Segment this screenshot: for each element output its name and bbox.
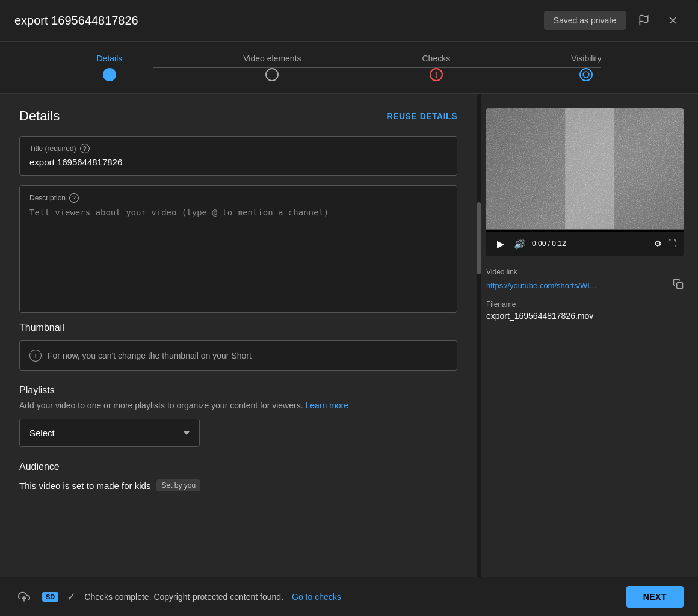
close-icon — [667, 14, 679, 26]
video-thumbnail-image — [486, 108, 684, 229]
flag-icon — [638, 14, 650, 26]
scrollbar[interactable] — [477, 94, 481, 577]
step-line-2 — [328, 67, 502, 68]
play-button[interactable]: ▶ — [493, 236, 508, 251]
select-label: Select — [29, 428, 55, 438]
svg-point-3 — [583, 72, 589, 78]
saved-private-button[interactable]: Saved as private — [544, 11, 626, 30]
right-panel: ▶ 🔊 0:00 / 0:12 ⚙ ⛶ Video link https://y… — [481, 94, 698, 577]
modal-container: export 1695644817826 Saved as private D — [0, 0, 698, 616]
playlists-description: Add your video to one or more playlists … — [19, 401, 457, 410]
flag-button[interactable] — [633, 10, 655, 31]
left-panel: Details REUSE DETAILS Title (required) ?… — [0, 94, 477, 577]
description-field: Description ? — [19, 185, 457, 313]
info-icon: i — [29, 350, 42, 362]
video-thumbnail — [486, 108, 684, 229]
step-details[interactable]: Details — [96, 54, 122, 81]
bottom-left: SD ✓ Checks complete. Copyright-protecte… — [14, 587, 341, 606]
volume-button[interactable]: 🔊 — [514, 238, 526, 250]
playlist-select[interactable]: Select — [19, 419, 200, 447]
thumbnail-title: Thumbnail — [19, 322, 457, 333]
scroll-thumb — [477, 202, 481, 274]
video-link-section: Video link https://youtube.com/shorts/WI… — [486, 268, 684, 292]
copy-link-button[interactable] — [673, 279, 684, 292]
thumbnail-notice: i For now, you can't change the thumbnai… — [19, 340, 457, 371]
audience-title: Audience — [19, 461, 457, 472]
bottom-bar: SD ✓ Checks complete. Copyright-protecte… — [0, 577, 698, 616]
description-help-icon[interactable]: ? — [69, 193, 79, 203]
time-display: 0:00 / 0:12 — [532, 239, 648, 248]
thumbnail-notice-text: For now, you can't change the thumbnail … — [48, 351, 252, 360]
checks-text: Checks complete. Copyright-protected con… — [84, 592, 283, 602]
video-link-row: https://youtube.com/shorts/WI... — [486, 279, 684, 292]
description-textarea[interactable] — [29, 206, 447, 303]
video-preview: ▶ 🔊 0:00 / 0:12 ⚙ ⛶ — [486, 108, 684, 256]
check-circle-icon: ✓ — [67, 590, 76, 603]
description-label: Description ? — [29, 193, 447, 203]
close-button[interactable] — [662, 10, 684, 31]
video-link-label: Video link — [486, 268, 684, 276]
step-video-elements[interactable]: Video elements — [243, 54, 301, 81]
settings-button[interactable]: ⚙ — [654, 239, 662, 248]
step-details-circle — [103, 68, 116, 81]
stepper: Details Video elements Checks ! Visibili… — [0, 42, 698, 94]
step-visibility-label: Visibility — [571, 54, 601, 63]
thumbnail-section: Thumbnail i For now, you can't change th… — [19, 322, 457, 371]
video-controls: ▶ 🔊 0:00 / 0:12 ⚙ ⛶ — [486, 232, 684, 256]
copy-icon — [673, 279, 684, 289]
section-header: Details REUSE DETAILS — [19, 108, 457, 124]
step-checks[interactable]: Checks ! — [422, 54, 451, 81]
chevron-down-icon — [184, 431, 190, 435]
video-info: Video link https://youtube.com/shorts/WI… — [486, 265, 684, 323]
filename-section: Filename export_1695644817826.mov — [486, 300, 684, 321]
upload-icon-button[interactable] — [14, 587, 34, 606]
audience-row: This video is set to made for kids Set b… — [19, 479, 457, 491]
fullscreen-button[interactable]: ⛶ — [668, 239, 676, 248]
playlists-title: Playlists — [19, 385, 457, 396]
set-by-badge: Set by you — [156, 479, 200, 491]
step-visibility-circle — [579, 68, 593, 81]
svg-rect-6 — [677, 283, 683, 289]
title-field: Title (required) ? — [19, 136, 457, 176]
filename-label: Filename — [486, 300, 684, 309]
video-link-text[interactable]: https://youtube.com/shorts/WI... — [486, 281, 668, 290]
quality-badge: SD — [42, 592, 58, 602]
modal-title: export 1695644817826 — [14, 14, 138, 28]
title-help-icon[interactable]: ? — [80, 144, 90, 153]
check-icon — [582, 71, 590, 78]
title-input[interactable] — [29, 157, 447, 167]
upload-icon — [18, 591, 30, 603]
kids-text: This video is set to made for kids — [19, 481, 150, 491]
filename-text: export_1695644817826.mov — [486, 311, 684, 321]
step-visibility[interactable]: Visibility — [571, 54, 601, 81]
section-title: Details — [19, 108, 60, 124]
video-progress-bar[interactable] — [486, 229, 684, 230]
modal-header: export 1695644817826 Saved as private — [0, 0, 698, 42]
step-video-elements-circle — [265, 68, 279, 81]
title-label: Title (required) ? — [29, 144, 447, 153]
step-checks-label: Checks — [422, 54, 451, 63]
next-button[interactable]: NEXT — [626, 586, 684, 608]
svg-rect-5 — [565, 108, 614, 229]
step-details-label: Details — [96, 54, 122, 63]
step-checks-circle: ! — [430, 68, 443, 81]
playlists-section: Playlists Add your video to one or more … — [19, 385, 457, 447]
go-to-checks-link[interactable]: Go to checks — [292, 592, 341, 602]
step-line-1 — [153, 67, 328, 68]
step-video-elements-label: Video elements — [243, 54, 301, 63]
modal-content: Details REUSE DETAILS Title (required) ?… — [0, 94, 698, 577]
header-actions: Saved as private — [544, 10, 684, 31]
learn-more-link[interactable]: Learn more — [305, 401, 348, 410]
reuse-details-button[interactable]: REUSE DETAILS — [387, 111, 457, 121]
audience-section: Audience This video is set to made for k… — [19, 461, 457, 491]
